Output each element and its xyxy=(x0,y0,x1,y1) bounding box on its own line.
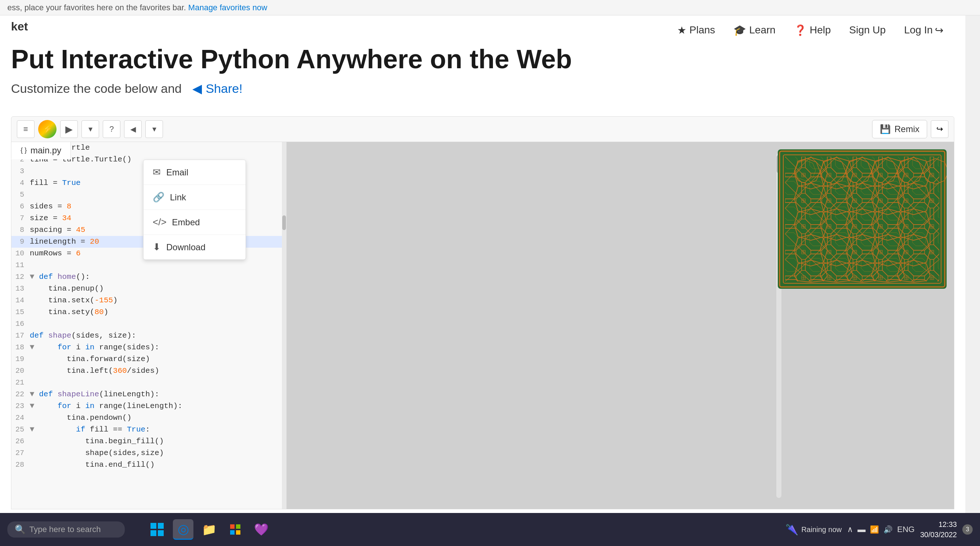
top-nav: ★ Plans 🎓 Learn ❓ Help Sign Up Log In ↪ xyxy=(677,16,965,45)
share-email[interactable]: ✉ Email xyxy=(143,160,245,185)
favorites-bar: ess, place your favorites here on the fa… xyxy=(0,0,980,16)
edge-icon: ◎ xyxy=(178,521,189,537)
hero-title: Put Interactive Python Anywhere on the W… xyxy=(11,45,954,74)
code-line-16: 16 xyxy=(11,318,286,330)
share-email-label: Email xyxy=(166,167,188,178)
subtitle-share: Share! xyxy=(205,81,242,96)
code-line-22: 22 ▼ def shapeLine(lineLength): xyxy=(11,389,286,400)
svg-rect-115 xyxy=(158,523,164,529)
store-icon xyxy=(229,523,242,536)
play-button[interactable]: ▶ xyxy=(60,121,78,138)
taskbar-app-explorer[interactable]: 📁 xyxy=(199,519,220,540)
logo-icon: ⚡ xyxy=(43,124,52,134)
search-placeholder: Type here to search xyxy=(29,525,100,534)
subtitle-text: Customize the code below and xyxy=(11,81,182,96)
svg-rect-28 xyxy=(785,157,939,281)
file-tabs-row: { } main.py xyxy=(11,142,71,159)
system-tray: 🌂 Raining now ∧ ▬ 📶 🔊 ENG 12:33 30/03/20… xyxy=(786,519,973,540)
nav-plans[interactable]: ★ Plans xyxy=(677,24,715,37)
display-icon[interactable]: ▬ xyxy=(858,525,865,534)
embed-button[interactable]: ↪ xyxy=(931,121,948,138)
hero-subtitle: Customize the code below and ◀ Share! xyxy=(11,81,954,96)
teams-icon: 💜 xyxy=(254,522,269,536)
editor-scrollbar[interactable] xyxy=(282,142,286,509)
share-download-label: Download xyxy=(166,242,205,252)
help-button[interactable]: ? xyxy=(103,121,120,138)
file-tab-main[interactable]: { } main.py xyxy=(11,142,71,159)
search-icon: 🔍 xyxy=(15,524,26,535)
code-line-12: 12 ▼ def home(): xyxy=(11,271,286,283)
share-link[interactable]: 🔗 Link xyxy=(143,185,245,210)
share-link-label: Link xyxy=(170,192,186,203)
svg-rect-118 xyxy=(230,524,235,529)
remix-icon: 💾 xyxy=(880,124,891,134)
date-display: 30/03/2022 xyxy=(920,530,957,540)
code-line-28: 28 tina.end_fill() xyxy=(11,459,286,471)
file-tab-label: main.py xyxy=(30,145,61,156)
code-line-25: 25 ▼ if fill == True: xyxy=(11,424,286,436)
email-icon: ✉ xyxy=(153,167,161,178)
svg-rect-116 xyxy=(151,530,156,536)
share-embed[interactable]: </> Embed xyxy=(143,210,245,235)
nav-login[interactable]: Log In ↪ xyxy=(904,24,943,37)
code-line-21: 21 xyxy=(11,377,286,389)
windows-icon xyxy=(151,523,164,536)
dropdown-button[interactable]: ▾ xyxy=(81,121,99,138)
code-line-17: 17 def shape(sides, size): xyxy=(11,330,286,341)
page-content: ket ★ Plans 🎓 Learn ❓ Help Sign Up Log I… xyxy=(0,16,965,513)
code-line-18: 18 ▼ for i in range(sides): xyxy=(11,341,286,353)
chevron-up-icon[interactable]: ∧ xyxy=(847,525,853,534)
svg-rect-121 xyxy=(236,530,240,535)
turtle-canvas-container xyxy=(778,149,947,289)
nav-signup[interactable]: Sign Up xyxy=(850,24,886,36)
code-line-20: 20 tina.left(360/sides) xyxy=(11,365,286,377)
weather-widget[interactable]: 🌂 Raining now xyxy=(786,524,842,536)
graduation-icon: 🎓 xyxy=(733,24,746,37)
output-area xyxy=(287,142,954,509)
taskbar-app-edge[interactable]: ◎ xyxy=(173,519,193,540)
network-icon[interactable]: 📶 xyxy=(870,525,879,534)
share-embed-label: Embed xyxy=(172,217,200,227)
svg-rect-117 xyxy=(158,530,164,536)
logo-button[interactable]: ⚡ xyxy=(38,120,57,138)
embed-code-icon: </> xyxy=(153,216,167,228)
favorites-text: ess, place your favorites here on the fa… xyxy=(7,3,186,13)
code-line-26: 26 tina.begin_fill() xyxy=(11,436,286,447)
link-icon: 🔗 xyxy=(153,192,164,203)
share-download[interactable]: ⬇ Download xyxy=(143,235,245,259)
remix-button[interactable]: 💾 Remix xyxy=(872,120,927,138)
taskbar-app-teams[interactable]: 💜 xyxy=(251,519,272,540)
more-button[interactable]: ▾ xyxy=(145,121,163,138)
share-button[interactable]: ◀ xyxy=(124,121,142,138)
manage-favorites-link[interactable]: Manage favorites now xyxy=(188,3,267,13)
help-icon: ❓ xyxy=(794,24,807,37)
clock[interactable]: 12:33 30/03/2022 xyxy=(920,519,957,540)
turtle-output-svg xyxy=(778,149,947,289)
code-line-15: 15 tina.sety(80) xyxy=(11,306,286,318)
toolbar: ≡ ⚡ ▶ ▾ ? ◀ ▾ 💾 Remix ↪ xyxy=(11,116,954,142)
taskbar-search[interactable]: 🔍 Type here to search xyxy=(7,521,125,538)
code-line-13: 13 tina.penup() xyxy=(11,283,286,295)
hero-section: Put Interactive Python Anywhere on the W… xyxy=(11,45,954,96)
code-line-19: 19 tina.forward(size) xyxy=(11,353,286,365)
remix-label: Remix xyxy=(894,124,920,134)
nav-learn[interactable]: 🎓 Learn xyxy=(733,24,776,37)
notification-badge[interactable]: 3 xyxy=(963,524,973,535)
svg-rect-120 xyxy=(230,530,235,535)
volume-icon[interactable]: 🔊 xyxy=(883,525,892,534)
language-label[interactable]: ENG xyxy=(897,525,915,534)
nav-help[interactable]: ❓ Help xyxy=(794,24,831,37)
code-icon: { } xyxy=(21,146,27,154)
share-icon: ◀ xyxy=(192,81,202,96)
login-arrow-icon: ↪ xyxy=(935,24,943,37)
star-icon: ★ xyxy=(677,24,686,37)
folder-icon: 📁 xyxy=(202,522,216,536)
taskbar-app-store[interactable] xyxy=(225,519,245,540)
svg-rect-119 xyxy=(236,524,240,529)
tray-icons: ∧ ▬ 📶 🔊 ENG xyxy=(847,525,915,534)
taskbar-app-windows[interactable] xyxy=(147,519,167,540)
menu-button[interactable]: ≡ xyxy=(17,121,35,138)
code-line-14: 14 tina.setx(-155) xyxy=(11,295,286,306)
weather-text: Raining now xyxy=(801,525,842,534)
code-line-23: 23 ▼ for i in range(lineLength): xyxy=(11,400,286,412)
